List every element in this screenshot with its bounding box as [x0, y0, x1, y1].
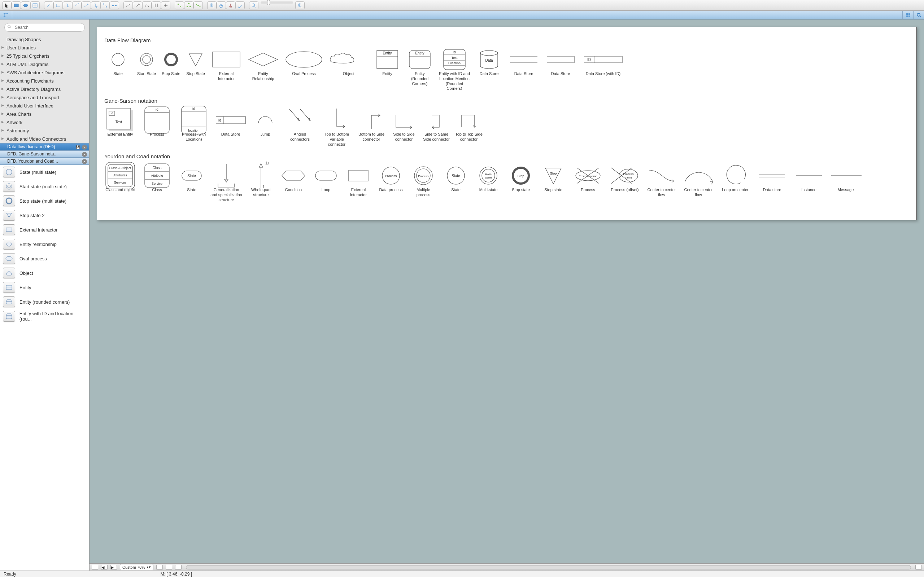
layout-2[interactable]: [184, 2, 194, 10]
arrow-5[interactable]: [161, 2, 170, 10]
library-tab-active[interactable]: Data flow diagram (DFD) 💾 ×: [0, 143, 89, 150]
layout-1[interactable]: [175, 2, 184, 10]
svg-text:id: id: [110, 111, 113, 115]
category-item[interactable]: Aerospace and Transport: [0, 93, 89, 102]
svg-point-61: [480, 50, 498, 56]
pan-tool[interactable]: [216, 2, 226, 10]
rect-tool[interactable]: [11, 2, 21, 10]
view-mode-2[interactable]: [166, 565, 172, 570]
connector-8[interactable]: [110, 2, 119, 10]
palette-item[interactable]: State (multi state): [0, 165, 89, 179]
shape-palette: State (multi state) Start state (multi s…: [0, 165, 89, 571]
category-item[interactable]: Android User Interface: [0, 102, 89, 110]
page-next[interactable]: ▶: [110, 565, 117, 570]
arrow-3[interactable]: [142, 2, 152, 10]
view-mode-1[interactable]: [156, 565, 163, 570]
arrow-2[interactable]: [133, 2, 142, 10]
library-tree-icon[interactable]: [0, 11, 12, 19]
close-icon[interactable]: ×: [82, 145, 87, 150]
category-item[interactable]: Drawing Shapes: [0, 35, 89, 44]
table-tool[interactable]: [30, 2, 40, 10]
palette-item[interactable]: Start state (multi state): [0, 179, 89, 193]
horizontal-scrollbar[interactable]: [186, 565, 911, 569]
svg-rect-33: [6, 228, 12, 232]
stamp-tool[interactable]: [226, 2, 235, 10]
category-item[interactable]: Artwork: [0, 118, 89, 127]
palette-item[interactable]: Entity: [0, 280, 89, 295]
palette-item[interactable]: Oval process: [0, 251, 89, 266]
palette-item[interactable]: Entity (rounded corners): [0, 295, 89, 309]
connector-3[interactable]: [63, 2, 72, 10]
svg-point-43: [141, 53, 153, 66]
category-item[interactable]: Active Directory Diagrams: [0, 85, 89, 93]
svg-text:id: id: [218, 118, 221, 122]
close-icon[interactable]: ×: [82, 152, 87, 157]
eyedropper-tool[interactable]: [235, 2, 245, 10]
svg-rect-46: [213, 52, 240, 67]
connector-2[interactable]: [53, 2, 63, 10]
svg-text:Text: Text: [115, 120, 122, 124]
search-toggle-icon[interactable]: [913, 11, 924, 19]
section-title: Yourdon and Coad notation: [104, 153, 909, 160]
connector-4[interactable]: [72, 2, 82, 10]
svg-point-34: [6, 256, 12, 261]
svg-point-32: [6, 198, 12, 204]
section-title: Gane-Sarson notation: [104, 98, 909, 104]
svg-text:State: State: [485, 176, 492, 179]
zoom-in-icon[interactable]: [207, 2, 216, 10]
fit-button[interactable]: [915, 565, 922, 570]
palette-item[interactable]: External interactor: [0, 222, 89, 237]
page-prev[interactable]: ◀: [101, 565, 108, 570]
svg-text:Multi-: Multi-: [485, 173, 492, 176]
svg-text:Process: Process: [418, 174, 429, 178]
connector-7[interactable]: [100, 2, 110, 10]
palette-item[interactable]: Entity with ID and location (rou...: [0, 309, 89, 324]
canvas-area[interactable]: Data Flow Diagram State Start State Stop…: [89, 19, 924, 571]
palette-item[interactable]: Stop state 2: [0, 208, 89, 222]
palette-item[interactable]: Entity relationship: [0, 237, 89, 251]
category-item[interactable]: ATM UML Diagrams: [0, 60, 89, 69]
category-item[interactable]: Astronomy: [0, 127, 89, 135]
arrow-1[interactable]: [123, 2, 133, 10]
library-tab[interactable]: DFD, Gane-Sarson nota... ×: [0, 150, 89, 158]
ellipse-tool[interactable]: [21, 2, 30, 10]
svg-text:1,m: 1,m: [265, 161, 269, 165]
palette-item[interactable]: Stop state (multi state): [0, 193, 89, 208]
palette-item[interactable]: Object: [0, 266, 89, 280]
svg-rect-12: [187, 6, 188, 7]
save-icon[interactable]: 💾: [76, 145, 81, 150]
canvas-page: Data Flow Diagram State Start State Stop…: [97, 27, 917, 220]
zoom-in-button[interactable]: [295, 2, 305, 10]
page-toggle[interactable]: [92, 565, 98, 570]
svg-rect-99: [315, 171, 336, 180]
svg-rect-25: [906, 16, 908, 17]
connector-1[interactable]: [44, 2, 53, 10]
svg-rect-22: [3, 16, 5, 17]
svg-point-45: [165, 54, 177, 65]
svg-point-31: [8, 185, 10, 188]
search-input[interactable]: [4, 23, 85, 32]
svg-rect-10: [180, 6, 181, 7]
grid-view-icon[interactable]: [902, 11, 913, 19]
pointer-tool[interactable]: [2, 2, 11, 10]
category-item[interactable]: Accounting Flowcharts: [0, 77, 89, 85]
svg-text:Process: Process: [624, 172, 634, 176]
svg-text:Class: Class: [152, 166, 162, 170]
category-item[interactable]: 25 Typical Orgcharts: [0, 52, 89, 60]
connector-6[interactable]: [91, 2, 100, 10]
category-item[interactable]: Area Charts: [0, 110, 89, 118]
category-item[interactable]: Audio and Video Connectors: [0, 135, 89, 143]
layout-3[interactable]: [194, 2, 203, 10]
svg-rect-7: [112, 5, 114, 6]
view-mode-3[interactable]: [175, 565, 181, 570]
library-tab[interactable]: DFD, Yourdon and Coad... ×: [0, 158, 89, 165]
zoom-out-button[interactable]: [249, 2, 258, 10]
category-item[interactable]: AWS Architecture Diagrams: [0, 69, 89, 77]
zoom-slider[interactable]: [261, 2, 293, 3]
svg-text:Process: Process: [385, 174, 397, 178]
close-icon[interactable]: ×: [82, 159, 87, 164]
category-item[interactable]: User Libraries: [0, 44, 89, 52]
connector-5[interactable]: [82, 2, 91, 10]
arrow-4[interactable]: [152, 2, 161, 10]
zoom-display[interactable]: Custom 76%▴▾: [120, 564, 153, 570]
